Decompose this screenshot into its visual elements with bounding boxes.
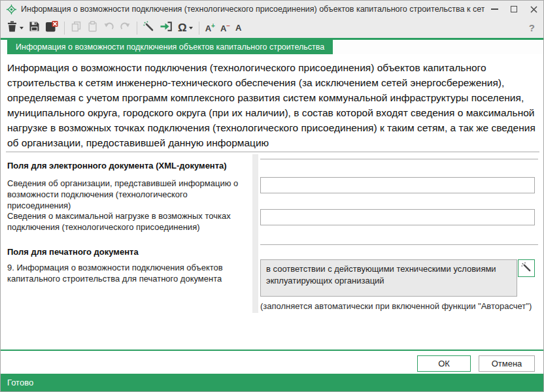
copy-button[interactable] [68, 20, 84, 36]
organization-field-label: Сведения об организации, представившей и… [7, 178, 250, 211]
print-field-textarea[interactable]: в соответствии с действующими технически… [260, 259, 517, 297]
paste-button[interactable] [84, 20, 101, 36]
print-section-header: Поля для печатного документа [7, 247, 252, 257]
help-icon[interactable]: ? [529, 22, 535, 33]
right-column-divider [260, 244, 538, 245]
delete-button[interactable] [4, 20, 26, 36]
form-content: Информация о возможности подключения (те… [1, 54, 543, 350]
print-field-label: 9. Информация о возможности подключения … [7, 262, 250, 284]
target-icon [7, 5, 16, 14]
status-bar: Готово [1, 374, 543, 391]
description-text: Информация о возможности подключения (те… [7, 60, 536, 150]
status-text: Готово [7, 378, 33, 387]
organization-input[interactable] [260, 177, 535, 193]
tab-connection-info[interactable]: Информация о возможности подключения объ… [7, 40, 333, 54]
tab-strip: Информация о возможности подключения объ… [1, 38, 543, 54]
window-title: Информация о возможности подключения (те… [21, 5, 484, 14]
minimize-icon[interactable] [484, 1, 504, 18]
max-load-input[interactable] [260, 209, 535, 225]
toolbar: Ω A+ A− A ? [1, 18, 543, 38]
dialog-window: Информация о возможности подключения (те… [0, 0, 544, 392]
close-icon[interactable] [524, 1, 543, 18]
autocalc-button[interactable] [518, 259, 535, 277]
magic-wand-icon [143, 21, 154, 35]
symbol-button[interactable]: Ω [175, 20, 196, 36]
font-increase-button[interactable]: A+ [203, 20, 218, 36]
font-increase-icon: A+ [205, 23, 215, 33]
magic-wand-icon [521, 262, 532, 274]
import-button[interactable] [157, 20, 175, 36]
import-icon [160, 21, 173, 35]
toolbar-separator [199, 22, 199, 35]
excel-export-button[interactable] [42, 20, 61, 36]
paste-icon [87, 21, 98, 35]
toolbar-separator [137, 22, 137, 35]
ok-button[interactable]: ОК [417, 355, 471, 372]
chevron-down-icon [189, 27, 193, 29]
undo-button[interactable] [101, 20, 117, 36]
copy-icon [71, 21, 82, 35]
cancel-button[interactable]: Отмена [479, 355, 535, 372]
omega-icon: Ω [178, 22, 187, 33]
toolbar-separator [64, 22, 65, 35]
save-icon [29, 21, 40, 35]
excel-export-icon [45, 21, 58, 35]
max-load-field-label: Сведения о максимальной нагрузке в возмо… [7, 210, 250, 233]
save-button[interactable] [26, 20, 42, 36]
column-splitter [252, 154, 258, 313]
dialog-footer: ОК Отмена [1, 350, 543, 374]
maximize-icon[interactable] [504, 1, 524, 18]
right-column-divider [260, 159, 538, 159]
undo-icon [103, 21, 114, 35]
section-divider [6, 152, 539, 152]
titlebar: Информация о возможности подключения (те… [1, 1, 543, 18]
font-reset-button[interactable]: A [233, 20, 244, 36]
redo-icon [120, 21, 131, 35]
font-decrease-icon: A− [220, 23, 230, 33]
delete-icon [7, 21, 18, 35]
chevron-down-icon [20, 27, 24, 29]
autocalc-note: (заполняется автоматически при включенно… [260, 301, 536, 311]
redo-button[interactable] [117, 20, 133, 36]
autofill-button[interactable] [141, 20, 157, 36]
xml-section-header: Поля для электронного документа (XML-док… [7, 161, 252, 171]
font-decrease-button[interactable]: A− [218, 20, 233, 36]
font-reset-icon: A [235, 24, 241, 32]
